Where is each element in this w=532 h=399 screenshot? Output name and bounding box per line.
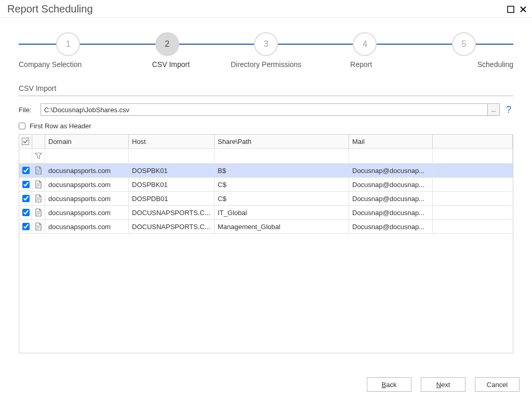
row-checkbox[interactable] <box>22 167 30 174</box>
document-icon <box>32 206 45 219</box>
cell-mail: Docusnap@docusnap... <box>349 192 433 205</box>
cell-host: DOSPBK01 <box>129 178 215 191</box>
first-row-header-checkbox[interactable] <box>19 123 25 129</box>
step-circle-4[interactable]: 4 <box>353 32 377 56</box>
row-checkbox[interactable] <box>22 181 30 188</box>
cell-share: Management_Global <box>215 220 349 233</box>
table-row[interactable]: docusnapsports.comDOSPDB01C$Docusnap@doc… <box>19 192 513 206</box>
cell-spacer <box>433 178 513 191</box>
filter-spacer <box>433 149 513 163</box>
close-icon[interactable] <box>520 6 527 13</box>
filter-share[interactable] <box>215 149 349 163</box>
step-connector <box>117 44 155 45</box>
header-spacer <box>433 135 513 148</box>
step-connector <box>19 44 56 45</box>
step-label-4: Report <box>314 60 409 69</box>
step-circle-2[interactable]: 2 <box>155 32 179 56</box>
cell-spacer <box>433 192 513 205</box>
step-label-2: CSV Import <box>123 60 218 69</box>
title-bar: Report Scheduling <box>0 0 532 18</box>
step-circle-1[interactable]: 1 <box>56 32 80 56</box>
wizard-footer: Back Next Cancel <box>367 377 520 392</box>
cell-domain: docusnapsports.com <box>45 206 129 219</box>
filter-host[interactable] <box>129 149 215 163</box>
table-row[interactable]: docusnapsports.comDOCUSNAPSPORTS.C...IT_… <box>19 206 513 220</box>
next-button[interactable]: Next <box>421 377 466 392</box>
grid-header-row: Domain Host Share\Path Mail <box>19 135 513 149</box>
cell-share: IT_Global <box>215 206 349 219</box>
cell-spacer <box>433 220 513 233</box>
step-connector <box>217 44 254 45</box>
cell-mail: Docusnap@docusnap... <box>349 206 433 219</box>
cell-host: DOCUSNAPSPORTS.C... <box>129 220 215 233</box>
row-checkbox-cell[interactable] <box>19 220 32 233</box>
header-host[interactable]: Host <box>129 135 215 148</box>
document-icon <box>32 192 45 205</box>
cell-share: C$ <box>215 192 349 205</box>
row-checkbox-cell[interactable] <box>19 206 32 219</box>
file-input-wrap: ... <box>41 103 500 116</box>
grid-body: docusnapsports.comDOSPBK01B$Docusnap@doc… <box>19 164 513 234</box>
cell-share: B$ <box>215 164 349 177</box>
row-checkbox-cell[interactable] <box>19 164 32 177</box>
step-connector <box>415 44 452 45</box>
file-path-input[interactable] <box>41 104 487 115</box>
file-row: File: ... ? <box>19 103 513 116</box>
header-check-all[interactable] <box>19 135 32 148</box>
step-label-5: Scheduling <box>409 60 513 69</box>
maximize-icon[interactable] <box>507 6 514 13</box>
filter-check-cell <box>19 149 32 163</box>
svg-rect-0 <box>508 6 514 12</box>
cell-spacer <box>433 164 513 177</box>
step-circle-3[interactable]: 3 <box>254 32 278 56</box>
row-checkbox[interactable] <box>22 223 30 230</box>
step-connector <box>179 44 217 45</box>
window-controls <box>507 6 527 13</box>
step-connector <box>476 44 513 45</box>
document-icon <box>32 220 45 233</box>
step-connector <box>315 44 353 45</box>
wizard-stepper: 1 2 3 4 5 Company Selection CSV Import D… <box>0 18 532 73</box>
browse-button[interactable]: ... <box>487 104 499 115</box>
table-row[interactable]: docusnapsports.comDOSPBK01C$Docusnap@doc… <box>19 178 513 192</box>
help-icon[interactable]: ? <box>504 104 513 115</box>
cell-domain: docusnapsports.com <box>45 164 129 177</box>
filter-mail[interactable] <box>349 149 433 163</box>
row-checkbox[interactable] <box>22 195 30 202</box>
cell-domain: docusnapsports.com <box>45 178 129 191</box>
back-button[interactable]: Back <box>367 377 411 392</box>
header-type-col <box>32 135 45 148</box>
step-connector <box>278 44 315 45</box>
header-share[interactable]: Share\Path <box>215 135 349 148</box>
row-checkbox-cell[interactable] <box>19 192 32 205</box>
step-connector <box>377 44 414 45</box>
row-checkbox-cell[interactable] <box>19 178 32 191</box>
filter-domain[interactable] <box>45 149 129 163</box>
cell-domain: docusnapsports.com <box>45 220 129 233</box>
filter-icon[interactable] <box>32 149 45 163</box>
csv-import-section: CSV Import File: ... ? First Row as Head… <box>0 73 532 353</box>
file-label: File: <box>19 106 36 114</box>
table-row[interactable]: docusnapsports.comDOSPBK01B$Docusnap@doc… <box>19 164 513 178</box>
grid-filter-row <box>19 149 513 164</box>
header-mail[interactable]: Mail <box>349 135 433 148</box>
row-checkbox[interactable] <box>22 209 30 216</box>
step-circle-5[interactable]: 5 <box>452 32 476 56</box>
cell-host: DOSPDB01 <box>129 192 215 205</box>
cell-mail: Docusnap@docusnap... <box>349 178 433 191</box>
document-icon <box>32 164 45 177</box>
cell-mail: Docusnap@docusnap... <box>349 164 433 177</box>
table-row[interactable]: docusnapsports.comDOCUSNAPSPORTS.C...Man… <box>19 220 513 234</box>
section-heading: CSV Import <box>19 84 513 96</box>
cell-spacer <box>433 206 513 219</box>
first-row-header-checkbox-row: First Row as Header <box>19 122 513 130</box>
cell-domain: docusnapsports.com <box>45 192 129 205</box>
cancel-button[interactable]: Cancel <box>475 377 520 392</box>
document-icon <box>32 178 45 191</box>
step-label-3: Directory Permissions <box>218 60 313 69</box>
cell-mail: Docusnap@docusnap... <box>349 220 433 233</box>
cell-share: C$ <box>215 178 349 191</box>
step-label-1: Company Selection <box>19 60 123 69</box>
header-domain[interactable]: Domain <box>45 135 129 148</box>
cell-host: DOSPBK01 <box>129 164 215 177</box>
